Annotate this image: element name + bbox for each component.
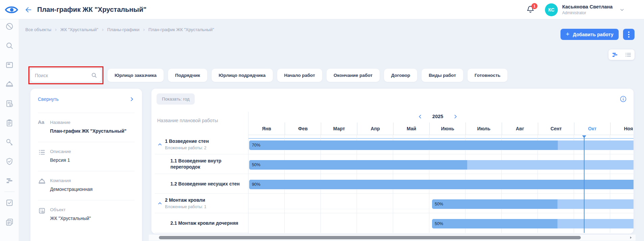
breadcrumb-item[interactable]: План-график ЖК "Хрустальный" xyxy=(148,27,214,32)
gantt-bar[interactable]: 70% xyxy=(249,140,634,150)
gantt-bar-progress xyxy=(249,140,558,150)
filter-chip[interactable]: Виды работ xyxy=(422,69,463,82)
task-subtitle: Вложенные работы: 1 xyxy=(165,204,245,210)
sidebar-item-plan-check[interactable] xyxy=(5,99,14,108)
search-input[interactable] xyxy=(35,69,89,82)
month-header-cell: Апр xyxy=(357,123,393,135)
text-icon: Aa xyxy=(38,119,46,127)
list-icon xyxy=(38,148,46,156)
checkbox-icon xyxy=(5,198,14,207)
list-view-icon[interactable] xyxy=(624,51,632,59)
notifications-button[interactable]: 1 xyxy=(526,5,538,16)
user-name: Касьянова Светлана xyxy=(562,4,613,9)
month-header-cell: Авг xyxy=(502,123,538,135)
plan-check-icon xyxy=(5,99,14,108)
task-list-rows: 1 Возведение стенВложенные работы: 21.1 … xyxy=(151,135,248,233)
notification-badge: 1 xyxy=(531,3,538,9)
row-sub-gridline xyxy=(248,150,634,150)
breadcrumb-item[interactable]: Планы-графики xyxy=(107,27,139,32)
gantt-bar-progress xyxy=(249,160,467,170)
filter-chip[interactable]: Договор xyxy=(384,69,417,82)
next-year-chevron-right-icon[interactable] xyxy=(453,114,458,119)
row-sub-gridline xyxy=(248,189,634,190)
progress-label: 50% xyxy=(435,202,443,206)
app-root: { "topbar": { "title": "План-график ЖК \… xyxy=(0,0,644,241)
chevron-up-icon[interactable] xyxy=(157,142,163,147)
sidebar-item-search[interactable] xyxy=(5,41,14,50)
task-name: 1.2 Возведение несущих стен xyxy=(170,180,245,187)
plan-field: AaНазваниеПлан-график ЖК "Хрустальный" xyxy=(38,113,135,142)
field-label: Компания xyxy=(50,178,135,183)
progress-label: 90% xyxy=(252,182,260,187)
filter-chip[interactable]: Юрлицо заказчика xyxy=(108,69,164,82)
sidebar-item-copy[interactable] xyxy=(5,218,14,226)
task-row[interactable]: 1.1 Возведение внутр перегородок xyxy=(155,154,248,174)
task-row[interactable]: 2 Монтаж кровлиВложенные работы: 1 xyxy=(155,194,248,213)
filter-chip[interactable]: Подрядчик xyxy=(168,69,207,82)
gantt-bar[interactable]: 90% xyxy=(249,180,634,189)
plan-field: ОписаниеВерсия 1 xyxy=(38,142,135,171)
helmet-icon xyxy=(38,177,46,185)
chevron-right-icon[interactable] xyxy=(129,96,135,102)
helmet-icon xyxy=(5,80,14,89)
task-list-header: Название плановой работы xyxy=(157,118,218,123)
gantt-bar[interactable]: 50% xyxy=(432,199,634,209)
gantt-chart: 2025 ЯнвФевМартАпрМайИюньИюльАвгСентОктН… xyxy=(248,89,634,234)
add-work-button[interactable]: + Добавить работу xyxy=(560,29,619,40)
gantt-bar[interactable]: 50% xyxy=(249,160,634,170)
row-gridline xyxy=(248,213,634,213)
sidebar-item-clipboard[interactable] xyxy=(5,118,14,127)
field-label: Объект xyxy=(50,207,135,212)
breadcrumb-item[interactable]: Все объекты xyxy=(25,27,51,32)
field-value: ЖК "Хрустальный" xyxy=(50,216,135,221)
filter-chip[interactable]: Готовность xyxy=(468,69,508,82)
gantt-view-icon[interactable] xyxy=(611,51,619,59)
row-gridline xyxy=(248,154,634,154)
today-marker-icon xyxy=(582,135,586,138)
copy-icon xyxy=(5,218,14,226)
ban-icon xyxy=(5,22,14,31)
search-icon[interactable] xyxy=(91,72,97,79)
filter-chip[interactable]: Окончание работ xyxy=(327,69,380,82)
breadcrumb-separator-icon: › xyxy=(102,27,104,32)
back-arrow-icon[interactable] xyxy=(24,6,32,14)
task-row[interactable]: 1.2 Возведение несущих стен xyxy=(155,174,248,194)
building-icon xyxy=(38,206,46,215)
month-header-cell: Июль xyxy=(466,123,502,135)
breadcrumb-separator-icon: › xyxy=(143,27,145,32)
plan-info-panel: Свернуть AaНазваниеПлан-график ЖК "Хруст… xyxy=(30,89,142,241)
task-row[interactable]: 2.1 Монтаж кровли дочерняя xyxy=(155,213,248,233)
task-name: 2.1 Монтаж кровли дочерняя xyxy=(170,220,245,226)
key-icon xyxy=(5,138,14,147)
prev-year-chevron-left-icon[interactable] xyxy=(418,114,423,119)
year-navigation: 2025 xyxy=(418,113,458,120)
sidebar-item-panel[interactable] xyxy=(5,61,14,69)
filter-chip[interactable]: Юрлицо подрядчика xyxy=(212,69,273,82)
scale-selector-chip[interactable]: Показать: год xyxy=(157,93,195,105)
month-header-cell: Май xyxy=(393,123,429,135)
sidebar-item-checkbox[interactable] xyxy=(5,198,14,207)
scrollbar-right-arrow-icon[interactable] xyxy=(629,236,633,240)
sidebar-item-key[interactable] xyxy=(5,138,14,147)
more-actions-button[interactable] xyxy=(623,29,635,40)
clipboard-icon xyxy=(5,118,14,127)
scrollbar-thumb[interactable] xyxy=(159,236,581,239)
sidebar-item-shield-check[interactable] xyxy=(5,157,14,166)
sidebar-item-helmet[interactable] xyxy=(5,80,14,89)
month-header-cell: Янв xyxy=(248,123,285,135)
breadcrumb-item[interactable]: ЖК "Хрустальный" xyxy=(60,27,98,32)
chevron-up-icon[interactable] xyxy=(157,201,163,206)
plus-icon: + xyxy=(566,30,570,38)
search-box xyxy=(31,69,101,82)
app-logo-eye-icon[interactable] xyxy=(5,4,18,15)
task-row[interactable]: 1 Возведение стенВложенные работы: 2 xyxy=(155,135,248,154)
gantt-bar[interactable]: 50% xyxy=(432,219,634,228)
search-icon xyxy=(5,41,14,50)
collapse-link[interactable]: Свернуть xyxy=(38,96,58,102)
sidebar-item-gantt-nav[interactable] xyxy=(5,176,14,185)
user-menu-chevron-down-icon[interactable] xyxy=(619,7,625,13)
month-header-cell: Сент xyxy=(538,123,574,135)
sidebar-item-ban[interactable] xyxy=(5,22,14,31)
filter-chip[interactable]: Начало работ xyxy=(277,69,322,82)
avatar[interactable]: КС xyxy=(545,3,558,16)
